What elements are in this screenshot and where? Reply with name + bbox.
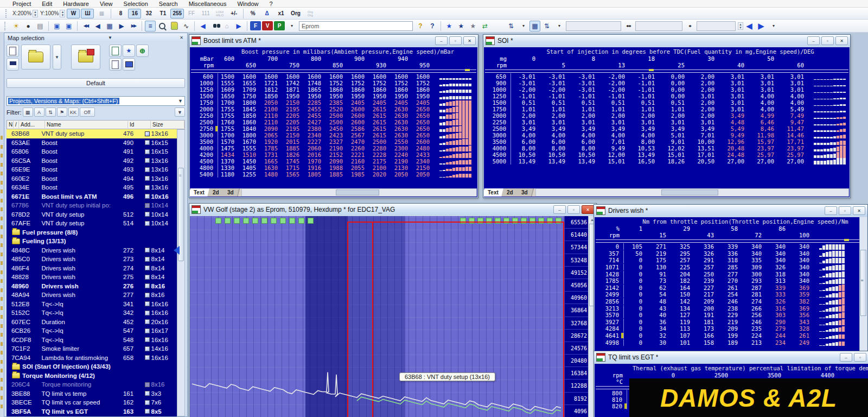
map-cell[interactable]: 1,01 bbox=[511, 106, 541, 112]
map-row[interactable]: 7CA94Lambda for antismoking65816x16 bbox=[7, 353, 177, 363]
map-cell[interactable]: 7,01 bbox=[690, 132, 720, 138]
x-axis-value[interactable]: 86 bbox=[767, 225, 791, 232]
map-cell[interactable]: 1860 bbox=[240, 119, 261, 125]
scrollbar-thumb[interactable] bbox=[661, 189, 719, 195]
menu-item-project[interactable]: Project bbox=[8, 1, 36, 7]
map-cell[interactable]: 15,01 bbox=[601, 158, 630, 165]
map-cell[interactable]: 1731 bbox=[261, 151, 283, 158]
x-axis-value[interactable]: 25 bbox=[660, 62, 690, 68]
map-cell[interactable]: 2405 bbox=[413, 99, 435, 106]
map-cell[interactable]: -3,01 bbox=[571, 73, 601, 80]
map-cell[interactable]: 43 bbox=[648, 305, 672, 312]
map-cell[interactable]: 356 bbox=[791, 312, 815, 318]
x-axis-value[interactable] bbox=[571, 62, 601, 68]
map-cell[interactable]: -3,01 bbox=[511, 73, 541, 80]
y-axis-value[interactable]: 4200 bbox=[190, 151, 218, 158]
menu-item-[interactable]: ? bbox=[265, 1, 278, 7]
map-cell[interactable]: -3,01 bbox=[511, 80, 541, 86]
map-folder-row[interactable]: Torque Monitoring (4/12) bbox=[7, 371, 177, 381]
map-cell[interactable]: 1950 bbox=[392, 93, 413, 99]
map-cell[interactable]: 1180 bbox=[218, 171, 240, 178]
mini-arrows-icon[interactable]: ◂▸◂▸ bbox=[623, 21, 634, 31]
y-axis-value[interactable]: 2499 bbox=[595, 291, 624, 298]
map-cell[interactable]: 1826 bbox=[283, 151, 305, 158]
map-cell[interactable]: 318 bbox=[767, 271, 791, 277]
map-cell[interactable]: 150 bbox=[672, 291, 695, 298]
map-cell[interactable]: 3,01 bbox=[601, 119, 630, 125]
compare-original-button[interactable]: OrgOrg bbox=[304, 9, 317, 18]
block-select-icon[interactable]: ▦ bbox=[529, 21, 540, 31]
map-cell[interactable]: 0,51 bbox=[511, 99, 541, 106]
map-cell[interactable]: 1370 bbox=[218, 158, 240, 165]
horizontal-scrollbar[interactable] bbox=[241, 188, 477, 197]
map-cell[interactable]: 105 bbox=[624, 243, 648, 250]
drivers-scrollbar[interactable]: ≡ bbox=[859, 217, 867, 351]
map-cell[interactable]: 0,00 bbox=[660, 80, 690, 86]
map-cell[interactable]: 257 bbox=[695, 264, 719, 270]
back-icon[interactable]: ◀ bbox=[197, 21, 208, 31]
map-cell[interactable]: 54 bbox=[648, 291, 672, 298]
insert-icon[interactable]: ⇅ bbox=[541, 21, 552, 31]
minimize-button[interactable]: – bbox=[435, 36, 448, 45]
map-cell[interactable]: 217 bbox=[695, 291, 719, 298]
width-mode-button[interactable]: W bbox=[67, 9, 80, 18]
map-marker-icon[interactable] bbox=[308, 218, 314, 224]
y-axis-value[interactable]: 1428 bbox=[595, 271, 624, 277]
map-cell[interactable]: 0 bbox=[624, 298, 648, 305]
factor-button[interactable]: x1 bbox=[275, 9, 288, 18]
y-axis-value[interactable]: 4000 bbox=[484, 145, 511, 151]
map-cell[interactable]: 336 bbox=[695, 243, 719, 250]
map-cell[interactable]: 11,47 bbox=[780, 125, 809, 132]
map-cell[interactable]: 2423 bbox=[327, 132, 348, 138]
x-axis-value[interactable] bbox=[660, 55, 690, 62]
y-axis-value[interactable]: 2500 bbox=[190, 119, 218, 125]
value-field[interactable] bbox=[635, 21, 682, 31]
map-cell[interactable]: 10,00 bbox=[690, 138, 720, 145]
map-cell[interactable]: 3,01 bbox=[511, 119, 541, 125]
y-axis-value[interactable]: 1750 bbox=[190, 99, 218, 106]
map-cell[interactable]: 209 bbox=[695, 298, 719, 305]
map-cell[interactable]: 8,00 bbox=[630, 138, 660, 145]
open-project-dropdown[interactable]: ▼ bbox=[53, 45, 61, 70]
map-cell[interactable]: 1800 bbox=[240, 99, 261, 106]
map-cell[interactable]: 2470 bbox=[348, 138, 370, 145]
filter-values-button[interactable]: ▦ bbox=[23, 108, 33, 117]
binoculars-icon[interactable] bbox=[209, 21, 220, 31]
first-map-icon[interactable]: ◀◀ bbox=[80, 21, 91, 31]
map-cell[interactable]: 2152 bbox=[327, 151, 348, 158]
restore-button[interactable]: ▫ bbox=[854, 353, 866, 362]
auto-wizard-icon[interactable]: ★ bbox=[468, 21, 478, 31]
y-axis-value[interactable]: 4500 bbox=[484, 151, 511, 158]
map-cell[interactable]: 17,71 bbox=[780, 138, 809, 145]
map-cell[interactable]: 1405 bbox=[240, 165, 261, 171]
map-cell[interactable]: 3,49 bbox=[630, 125, 660, 132]
map-cell[interactable]: 2567 bbox=[348, 132, 370, 138]
map-cell[interactable]: -2,00 bbox=[601, 80, 630, 86]
y-axis-value[interactable]: 1000 bbox=[190, 80, 218, 86]
list-column-size[interactable]: Size bbox=[151, 121, 184, 128]
map-cell[interactable]: 18,26 bbox=[660, 158, 690, 165]
map-cell[interactable]: 2090 bbox=[261, 125, 283, 132]
map-cell[interactable]: 12,00 bbox=[601, 151, 630, 158]
map-cell[interactable]: 32 bbox=[648, 332, 672, 339]
map-cell[interactable]: 2195 bbox=[283, 125, 305, 132]
map-cell[interactable]: 1750 bbox=[240, 93, 261, 99]
dock-collapse-arrow[interactable] bbox=[169, 246, 180, 255]
y-axis-value[interactable]: 357 bbox=[595, 250, 624, 257]
map-cell[interactable]: 326 bbox=[767, 264, 791, 270]
map-cell[interactable]: 4,00 bbox=[750, 99, 780, 106]
online-maps-button[interactable]: ⊕ bbox=[136, 45, 149, 57]
map-cell[interactable]: 2,00 bbox=[690, 73, 720, 80]
import-project-button[interactable] bbox=[71, 45, 100, 70]
y-axis-value[interactable]: 2142 bbox=[595, 285, 624, 291]
close-button[interactable]: ✕ bbox=[853, 206, 865, 215]
map-cell[interactable]: 9,49 bbox=[601, 145, 630, 151]
map-cell[interactable]: -1,01 bbox=[601, 93, 630, 99]
map-cell[interactable]: 9,47 bbox=[780, 119, 809, 125]
map-cell[interactable]: 261 bbox=[791, 332, 815, 339]
map-cell[interactable]: 3,01 bbox=[720, 80, 750, 86]
x-axis-value[interactable] bbox=[648, 225, 672, 232]
y-axis-value[interactable]: 2000 bbox=[190, 106, 218, 112]
map-wizard-icon[interactable]: ★ bbox=[444, 21, 455, 31]
map-cell[interactable]: 134 bbox=[672, 305, 695, 312]
